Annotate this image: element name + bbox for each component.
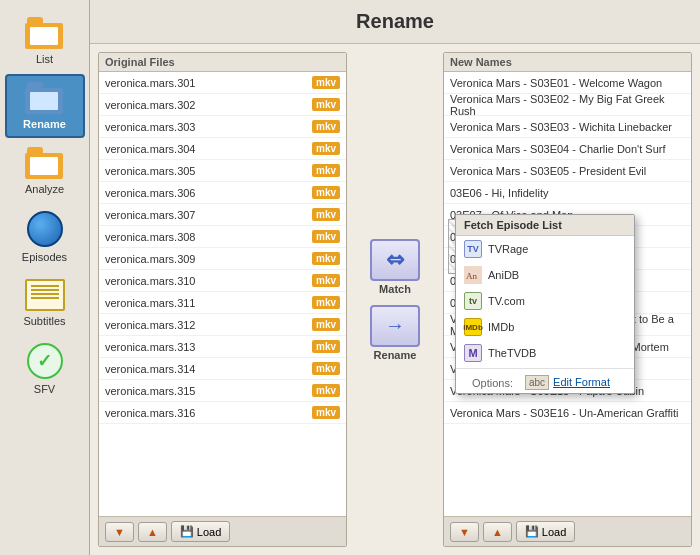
sidebar-item-list[interactable]: List [5,10,85,72]
new-name-item[interactable]: Veronica Mars - S03E05 - President Evil [444,160,691,182]
sidebar: List Rename Analyze Episodes Subtitles S… [0,0,90,555]
anidb-label: AniDB [488,269,519,281]
original-down-button[interactable]: ▼ [105,522,134,542]
original-file-item[interactable]: veronica.mars.302mkv [99,94,346,116]
original-files-footer: ▼ ▲ 💾 Load [99,516,346,546]
file-name: veronica.mars.301 [105,77,196,89]
source-tvrage[interactable]: TV TVRage [456,236,634,262]
arrow-up-icon: ▲ [147,526,158,538]
newnames-up-button[interactable]: ▲ [483,522,512,542]
new-name-item[interactable]: Veronica Mars - S03E03 - Wichita Linebac… [444,116,691,138]
file-badge: mkv [312,230,340,243]
new-name-text: Veronica Mars - S03E04 - Charlie Don't S… [450,143,665,155]
sidebar-item-episodes[interactable]: Episodes [5,204,85,270]
file-badge: mkv [312,142,340,155]
match-button[interactable]: ⇔ [370,239,420,281]
context-menu-header: Fetch Episode List [456,215,634,236]
arrow-up-icon: ▲ [492,526,503,538]
original-file-item[interactable]: veronica.mars.316mkv [99,402,346,424]
original-file-item[interactable]: veronica.mars.313mkv [99,336,346,358]
original-file-item[interactable]: veronica.mars.307mkv [99,204,346,226]
sidebar-item-rename[interactable]: Rename [5,74,85,138]
original-files-list[interactable]: veronica.mars.301mkvveronica.mars.302mkv… [99,72,346,516]
options-label: Options: [464,374,521,390]
imdb-label: IMDb [488,321,514,333]
context-menu: Fetch Episode List TV TVRage AniDB tv TV… [455,214,635,394]
double-arrow-icon: ⇔ [386,247,404,273]
menu-divider [456,368,634,369]
folder-analyze-icon [25,147,65,179]
file-name: veronica.mars.308 [105,231,196,243]
new-name-text: Veronica Mars - S03E16 - Un-American Gra… [450,407,678,419]
original-files-header: Original Files [99,53,346,72]
new-name-item[interactable]: Veronica Mars - S03E01 - Welcome Wagon [444,72,691,94]
sidebar-item-subtitles[interactable]: Subtitles [5,272,85,334]
sidebar-label-episodes: Episodes [22,251,67,263]
middle-controls: ⇔ Match → Rename [355,52,435,547]
new-name-item[interactable]: 03E06 - Hi, Infidelity [444,182,691,204]
original-file-item[interactable]: veronica.mars.310mkv [99,270,346,292]
newnames-down-button[interactable]: ▼ [450,522,479,542]
original-load-button[interactable]: 💾 Load [171,521,230,542]
original-file-item[interactable]: veronica.mars.304mkv [99,138,346,160]
new-name-text: Veronica Mars - S03E05 - President Evil [450,165,646,177]
file-name: veronica.mars.315 [105,385,196,397]
original-file-item[interactable]: veronica.mars.311mkv [99,292,346,314]
new-name-text: Veronica Mars - S03E02 - My Big Fat Gree… [450,93,685,117]
source-imdb[interactable]: IMDb IMDb [456,314,634,340]
file-name: veronica.mars.305 [105,165,196,177]
file-name: veronica.mars.311 [105,297,196,309]
new-names-footer: ▼ ▲ 💾 Load [444,516,691,546]
new-name-item[interactable]: Veronica Mars - S03E02 - My Big Fat Gree… [444,94,691,116]
original-file-item[interactable]: veronica.mars.312mkv [99,314,346,336]
main-content: Rename Original Files veronica.mars.301m… [90,0,700,555]
tvcom-label: TV.com [488,295,525,307]
edit-format-link[interactable]: Edit Format [553,376,610,388]
disk-icon: 💾 [180,525,194,538]
new-name-item[interactable]: Veronica Mars - S03E04 - Charlie Don't S… [444,138,691,160]
file-badge: mkv [312,296,340,309]
source-thetvdb[interactable]: M TheTVDB [456,340,634,366]
file-name: veronica.mars.310 [105,275,196,287]
subtitles-icon [25,279,65,311]
thetvdb-label: TheTVDB [488,347,536,359]
original-file-item[interactable]: veronica.mars.309mkv [99,248,346,270]
file-name: veronica.mars.303 [105,121,196,133]
new-name-text: 03E06 - Hi, Infidelity [450,187,548,199]
thetvdb-icon: M [464,344,482,362]
new-name-item[interactable]: Veronica Mars - S03E16 - Un-American Gra… [444,402,691,424]
file-name: veronica.mars.309 [105,253,196,265]
original-file-item[interactable]: veronica.mars.303mkv [99,116,346,138]
sidebar-label-list: List [36,53,53,65]
original-file-item[interactable]: veronica.mars.308mkv [99,226,346,248]
original-file-item[interactable]: veronica.mars.315mkv [99,380,346,402]
folder-list-icon [25,17,65,49]
file-badge: mkv [312,208,340,221]
tvcom-icon: tv [464,292,482,310]
source-anidb[interactable]: AniDB [456,262,634,288]
sidebar-label-sfv: SFV [34,383,55,395]
match-label: Match [379,283,411,295]
load-label: Load [197,526,221,538]
content-area: Original Files veronica.mars.301mkvveron… [90,44,700,555]
file-name: veronica.mars.314 [105,363,196,375]
original-files-panel: Original Files veronica.mars.301mkvveron… [98,52,347,547]
original-file-item[interactable]: veronica.mars.314mkv [99,358,346,380]
new-names-header: New Names [444,53,691,72]
newnames-load-button[interactable]: 💾 Load [516,521,575,542]
original-up-button[interactable]: ▲ [138,522,167,542]
sidebar-item-sfv[interactable]: SFV [5,336,85,402]
sidebar-item-analyze[interactable]: Analyze [5,140,85,202]
tvrage-label: TVRage [488,243,528,255]
original-file-item[interactable]: veronica.mars.301mkv [99,72,346,94]
imdb-icon: IMDb [464,318,482,336]
source-tvcom[interactable]: tv TV.com [456,288,634,314]
original-file-item[interactable]: veronica.mars.306mkv [99,182,346,204]
file-name: veronica.mars.313 [105,341,196,353]
load-label2: Load [542,526,566,538]
file-badge: mkv [312,362,340,375]
disk-icon2: 💾 [525,525,539,538]
sidebar-label-subtitles: Subtitles [23,315,65,327]
rename-button[interactable]: → [370,305,420,347]
original-file-item[interactable]: veronica.mars.305mkv [99,160,346,182]
